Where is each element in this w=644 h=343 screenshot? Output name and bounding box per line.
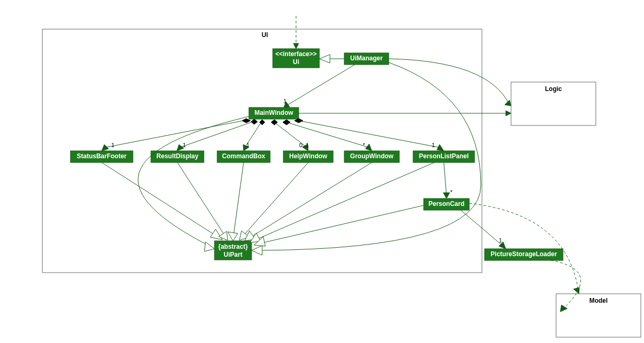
class-uipart-stereo: {abstract} bbox=[218, 243, 248, 250]
edge-pc-uipart bbox=[260, 205, 424, 243]
class-mainwindow-label: MainWindow bbox=[254, 109, 293, 116]
mult-plp: 1 bbox=[432, 142, 435, 148]
class-groupwindow-label: GroupWindow bbox=[350, 152, 394, 160]
arrow-uimanager-logic bbox=[505, 100, 511, 106]
edge-plp-uipart bbox=[254, 163, 434, 240]
class-personlistpanel-label: PersonListPanel bbox=[419, 152, 469, 160]
arrow-mw-gw bbox=[365, 144, 372, 151]
class-personcard-label: PersonCard bbox=[428, 200, 464, 207]
class-helpwindow-label: HelpWindow bbox=[289, 152, 328, 160]
class-uimanager-label: UiManager bbox=[350, 55, 383, 62]
mult-gw: * bbox=[363, 142, 365, 148]
class-picturestorageloader-label: PictureStorageLoader bbox=[490, 250, 557, 258]
gen-sbf-uipart bbox=[210, 229, 222, 240]
arrow-external-ui bbox=[293, 43, 299, 49]
arrow-uimanager-ui bbox=[319, 55, 330, 63]
arrow-pc-model bbox=[574, 287, 579, 294]
edge-sbf-uipart bbox=[102, 163, 218, 237]
gen-cb-uipart bbox=[228, 232, 238, 241]
package-model-label: Model bbox=[589, 297, 608, 304]
mult-hw: 0..1 bbox=[299, 142, 309, 148]
mult-cb: 1 bbox=[246, 142, 249, 148]
edge-mw-uipart bbox=[138, 116, 249, 247]
package-logic-label: Logic bbox=[545, 85, 562, 93]
edge-plp-pc bbox=[444, 163, 446, 195]
edge-pc-model bbox=[469, 203, 578, 291]
arrow-plp-pc bbox=[443, 193, 450, 198]
class-uipart-name: UiPart bbox=[223, 251, 242, 258]
arrow-mw-plp bbox=[437, 145, 444, 151]
arrow-mainwindow-logic bbox=[506, 111, 511, 116]
mult-plp-pc: * bbox=[450, 189, 453, 195]
edge-cb-uipart bbox=[234, 163, 244, 235]
mult-rd: 1 bbox=[183, 142, 186, 148]
edge-mw-rd bbox=[179, 122, 253, 148]
class-ui-name: Ui bbox=[293, 58, 299, 66]
gen-mw-uipart bbox=[204, 242, 214, 251]
arrow-mw-sbf bbox=[102, 145, 109, 151]
gen-uim-uipart bbox=[252, 246, 262, 255]
mult-sbf: 1 bbox=[111, 142, 114, 148]
diamond-cb bbox=[260, 120, 265, 125]
edge-psl-model bbox=[551, 260, 580, 309]
edge-rd-uipart bbox=[177, 163, 225, 236]
edge-mw-sbf bbox=[104, 121, 243, 148]
class-resultdisplay-label: ResultDisplay bbox=[156, 152, 199, 160]
class-commandbox-label: CommandBox bbox=[222, 152, 265, 160]
class-statusbarfooter-label: StatusBarFooter bbox=[77, 152, 127, 160]
mult-pc-psl: 1 bbox=[499, 237, 502, 243]
package-ui-label: UI bbox=[262, 31, 268, 39]
edge-uimanager-mainwindow bbox=[286, 65, 355, 106]
edge-hw-uipart bbox=[243, 163, 308, 237]
mult-uimanager-mainwindow: 1 bbox=[283, 98, 287, 104]
edge-gw-uipart bbox=[249, 163, 372, 238]
edge-uimanager-logic bbox=[389, 59, 509, 104]
class-ui-stereo: <<interface>> bbox=[275, 50, 317, 58]
edge-mw-plp bbox=[299, 121, 441, 148]
uml-diagram: UI Logic Model <<interface>> Ui UiManage… bbox=[0, 0, 644, 343]
